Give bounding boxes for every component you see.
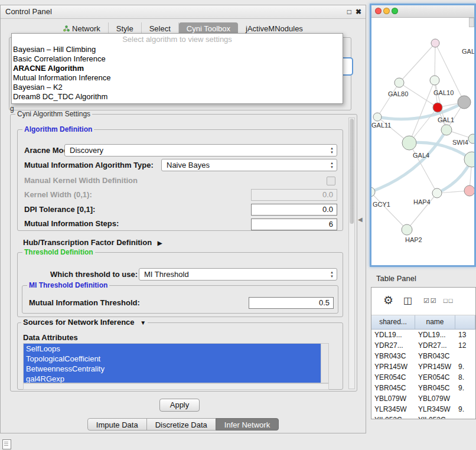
network-node[interactable] bbox=[468, 134, 474, 144]
scrollbar-thumb[interactable] bbox=[350, 119, 354, 224]
network-node[interactable] bbox=[431, 39, 439, 47]
network-node[interactable] bbox=[430, 76, 439, 85]
table-cell: 9. bbox=[455, 383, 475, 393]
clear-selection-icon[interactable]: □□ bbox=[444, 297, 454, 304]
combo-arrows-icon: ▲▼ bbox=[329, 161, 335, 169]
attribute-list-hscrollbar[interactable] bbox=[23, 383, 329, 390]
minimize-traffic-light-icon[interactable] bbox=[383, 8, 390, 14]
table-row[interactable]: YER054CYER054C8. bbox=[371, 372, 475, 383]
settings-gear-icon[interactable]: ⚙ bbox=[383, 294, 393, 307]
combo-arrows-icon: ▲▼ bbox=[329, 146, 335, 155]
column-header[interactable]: name bbox=[415, 315, 455, 329]
attribute-list-scrollbar[interactable] bbox=[321, 344, 328, 383]
table-cell bbox=[455, 415, 475, 419]
tab-label: Style bbox=[116, 24, 133, 33]
panel-splitter-grip[interactable]: ◀ bbox=[358, 216, 363, 223]
hub-definition-toggle[interactable]: Hub/Transcription Factor Definition ▶ bbox=[23, 237, 162, 249]
attribute-item[interactable]: TopologicalCoefficient bbox=[24, 354, 322, 364]
bottom-tabs: Impute DataDiscretize DataInfer Network bbox=[1, 418, 366, 431]
close-icon[interactable]: ✖ bbox=[356, 5, 361, 18]
network-edge bbox=[377, 83, 399, 117]
algorithm-option[interactable]: ARACNE Algorithm bbox=[12, 64, 343, 73]
kernel-width-label: Kernel Width (0,1): bbox=[24, 189, 92, 201]
control-panel-window: Control Panel □ ✖ NetworkStyleSelectCyni… bbox=[0, 5, 366, 433]
network-node[interactable] bbox=[402, 136, 416, 150]
network-node[interactable] bbox=[395, 78, 404, 87]
threshold-definition-title: Threshold Definition bbox=[22, 248, 95, 256]
tab-infer-network[interactable]: Infer Network bbox=[216, 418, 279, 431]
table-cell bbox=[455, 351, 475, 361]
table-cell: YDR27... bbox=[371, 340, 415, 351]
network-node[interactable] bbox=[371, 187, 375, 197]
mi-type-value: Naive Bayes bbox=[162, 159, 337, 171]
add-column-icon[interactable]: ◫ bbox=[403, 295, 412, 306]
algorithm-option[interactable]: Mutual Information Inference bbox=[12, 73, 343, 83]
settings-scrollbar[interactable] bbox=[348, 118, 355, 389]
table-row[interactable]: YDL19...YDL19...13 bbox=[371, 330, 475, 340]
algorithm-option[interactable]: Basic Correlation Inference bbox=[12, 54, 343, 64]
network-scrollbar[interactable] bbox=[469, 18, 474, 27]
algorithm-option[interactable]: Bayesian – Hill Climbing bbox=[12, 45, 343, 54]
which-threshold-select[interactable]: MI Threshold ▲▼ bbox=[139, 268, 337, 281]
attribute-list-items: SelfLoopsTopologicalCoefficientBetweenne… bbox=[24, 344, 328, 383]
cyni-settings-title: Cyni Algorithm Settings bbox=[15, 110, 92, 118]
tab-label: Network bbox=[72, 24, 100, 33]
mi-type-select[interactable]: Naive Bayes ▲▼ bbox=[161, 159, 337, 171]
kernel-width-field: 0.0 bbox=[251, 189, 337, 201]
algorithm-option[interactable]: Bayesian – K2 bbox=[12, 83, 343, 92]
table-cell: YPR145W bbox=[371, 361, 415, 372]
network-view-window[interactable]: GAL80GAL10GAL11GAL1SWI4GAL4GCY1HAP4HAP2G… bbox=[370, 4, 476, 267]
network-node[interactable] bbox=[373, 113, 382, 121]
algorithm-option[interactable]: Dream8 DC_TDC Algorithm bbox=[12, 92, 343, 102]
network-node[interactable] bbox=[432, 188, 442, 198]
table-row[interactable]: YBL079WYBL079W bbox=[371, 393, 475, 404]
algorithm-options: Bayesian – Hill ClimbingBasic Correlatio… bbox=[12, 45, 343, 102]
expand-arrow-icon: ▶ bbox=[158, 240, 162, 246]
aracne-mode-select[interactable]: Discovery ▲▼ bbox=[64, 144, 337, 156]
attribute-item[interactable]: SelfLoops bbox=[24, 344, 322, 354]
network-node-label: GCY1 bbox=[373, 201, 390, 208]
column-header[interactable]: shared... bbox=[371, 315, 415, 329]
algorithm-select-popup: Select algorithm to view settings Bayesi… bbox=[11, 33, 343, 104]
network-canvas[interactable]: GAL80GAL10GAL11GAL1SWI4GAL4GCY1HAP4HAP2G… bbox=[371, 18, 474, 266]
table-row[interactable]: YPR145WYPR145W9. bbox=[371, 361, 475, 372]
apply-button[interactable]: Apply bbox=[159, 399, 200, 412]
zoom-traffic-light-icon[interactable] bbox=[392, 8, 398, 14]
attribute-item[interactable]: BetweennessCentrality bbox=[24, 364, 322, 374]
minimized-panel-icon[interactable] bbox=[2, 439, 11, 449]
network-node[interactable] bbox=[458, 96, 471, 109]
table-cell: 13 bbox=[455, 330, 475, 340]
mi-threshold-title: MI Threshold Definition bbox=[27, 281, 109, 289]
network-node[interactable] bbox=[464, 185, 474, 196]
control-panel-titlebar[interactable]: Control Panel □ ✖ bbox=[1, 5, 366, 19]
tab-discretize-data[interactable]: Discretize Data bbox=[146, 418, 216, 431]
table-row[interactable]: YLR345WYLR345W9. bbox=[371, 404, 475, 415]
float-window-icon[interactable]: □ bbox=[347, 5, 351, 18]
network-node[interactable] bbox=[441, 125, 452, 135]
dpi-tolerance-field[interactable]: 0.0 bbox=[251, 204, 337, 216]
collapse-arrow-icon: ▼ bbox=[140, 319, 146, 326]
network-node[interactable] bbox=[402, 224, 412, 235]
table-row[interactable]: YBR045CYBR045C9. bbox=[371, 383, 475, 393]
attribute-item[interactable]: gal4RGexp bbox=[24, 374, 322, 383]
network-node-label: GAL10 bbox=[433, 89, 454, 96]
tab-label: Cyni Toolbox bbox=[187, 24, 230, 33]
network-edge bbox=[409, 80, 435, 143]
attribute-list[interactable]: SelfLoopsTopologicalCoefficientBetweenne… bbox=[23, 343, 329, 383]
table-cell: YBL079W bbox=[415, 393, 455, 404]
table-row[interactable]: YBR043CYBR043C bbox=[371, 351, 475, 361]
table-cell: YER054C bbox=[371, 372, 415, 383]
table-cell: YER054C bbox=[415, 372, 455, 383]
tab-impute-data[interactable]: Impute Data bbox=[87, 418, 147, 431]
table-header: shared...name bbox=[371, 315, 475, 330]
close-traffic-light-icon[interactable] bbox=[375, 8, 382, 14]
mi-threshold-field[interactable]: 0.5 bbox=[249, 297, 334, 309]
column-header[interactable] bbox=[455, 315, 475, 329]
network-node[interactable] bbox=[433, 103, 442, 112]
network-window-titlebar[interactable] bbox=[371, 5, 474, 18]
table-row[interactable]: YDR27...YDR27...12 bbox=[371, 340, 475, 351]
mi-steps-field[interactable]: 6 bbox=[251, 219, 337, 230]
sources-section-toggle[interactable]: Sources for Network Inference ▼ bbox=[21, 318, 148, 327]
select-all-icon[interactable]: ☑☑ bbox=[423, 297, 438, 305]
table-row[interactable]: YIL052CYIL052C bbox=[371, 415, 475, 419]
